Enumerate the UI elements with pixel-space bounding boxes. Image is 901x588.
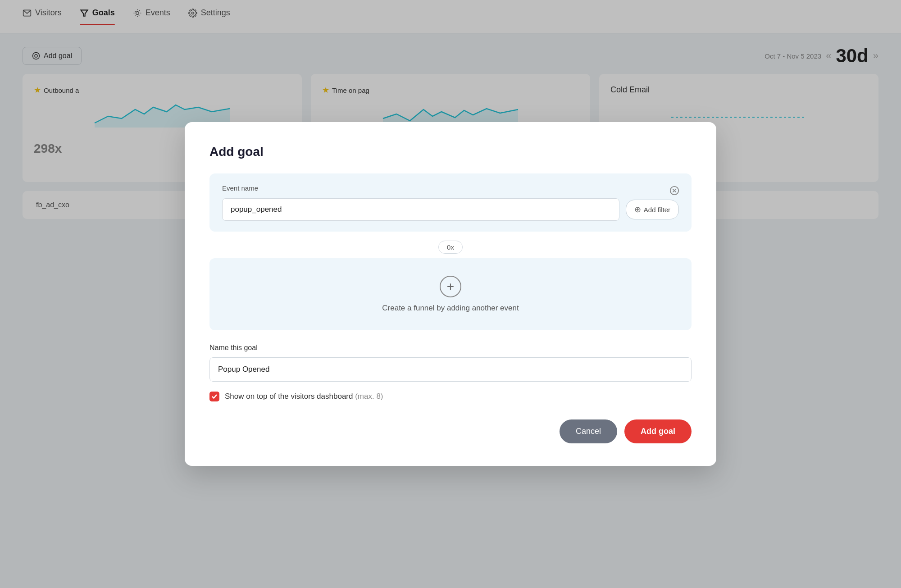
close-circle-icon [669, 186, 679, 196]
checkbox-row: Show on top of the visitors dashboard (m… [209, 392, 692, 401]
modal-title: Add goal [209, 145, 692, 159]
funnel-label: Create a funnel by adding another event [382, 304, 519, 313]
event-name-label: Event name [222, 184, 679, 192]
add-filter-button[interactable]: ⊕ Add filter [626, 200, 679, 219]
funnel-add-section[interactable]: + Create a funnel by adding another even… [209, 258, 692, 330]
checkmark-icon [211, 393, 218, 400]
add-goal-submit-button[interactable]: Add goal [624, 419, 692, 443]
count-badge: 0x [209, 241, 692, 254]
modal-footer: Cancel Add goal [209, 419, 692, 443]
event-name-input[interactable] [222, 198, 619, 221]
event-name-section: Event name ⊕ Add filter [209, 173, 692, 232]
goal-name-input[interactable] [209, 357, 692, 382]
dashboard-checkbox[interactable] [209, 392, 219, 401]
add-goal-modal: Add goal Event name ⊕ Add filter 0 [185, 122, 716, 466]
funnel-plus-icon: + [440, 276, 461, 297]
checkbox-label: Show on top of the visitors dashboard (m… [225, 392, 383, 401]
event-section-close-button[interactable] [667, 183, 682, 198]
event-input-row: ⊕ Add filter [222, 198, 679, 221]
modal-overlay: Add goal Event name ⊕ Add filter 0 [0, 0, 901, 588]
cancel-button[interactable]: Cancel [560, 419, 617, 443]
goal-name-label: Name this goal [209, 344, 692, 352]
